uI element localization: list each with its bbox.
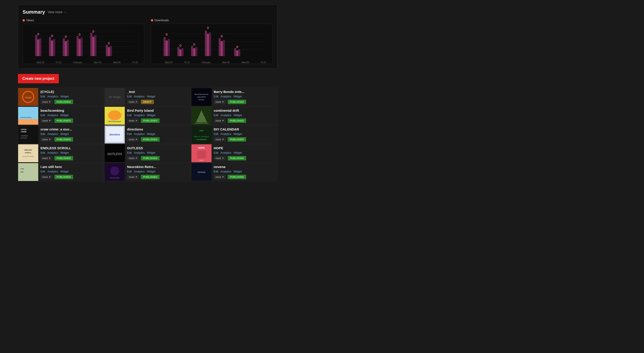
project-more-btn-bird[interactable]: more ▼ — [127, 118, 139, 123]
project-widget-link-crow[interactable]: Widget — [60, 132, 69, 136]
project-bottom-continental: more ▼PUBLISHED — [214, 118, 275, 123]
project-info-diy: DIY CALENDAREditAnalyticsWidgetmore ▼PUB… — [212, 126, 277, 143]
project-widget-link-beachcombing[interactable]: Widget — [60, 114, 69, 117]
svg-text:world of MYST:: world of MYST: — [196, 96, 206, 98]
project-edit-link-test[interactable]: Edit — [127, 95, 132, 98]
project-analytics-link-cycle[interactable]: Analytics — [48, 95, 58, 98]
project-widget-link-diy[interactable]: Widget — [234, 132, 242, 136]
project-widget-link-hope[interactable]: Widget — [234, 151, 242, 154]
svg-text:A MURDER: A MURDER — [21, 135, 28, 136]
view-more-link[interactable]: View more → — [48, 10, 66, 14]
project-widget-link-test[interactable]: Widget — [147, 95, 155, 98]
project-widget-link-iamstill[interactable]: Widget — [60, 170, 69, 173]
project-thumbnail-test: No Image — [105, 88, 125, 106]
project-edit-link-directions[interactable]: Edit — [127, 132, 132, 136]
project-info-continental: continental driftEditAnalyticsWidgetmore… — [212, 107, 277, 125]
project-name-endless: ENDLESS SCROLL — [40, 146, 102, 150]
project-status-badge-novena: PUBLISHED — [228, 175, 246, 179]
project-info-test: _testEditAnalyticsWidgetmore ▼DRAFT — [125, 88, 190, 106]
project-name-novena: novena — [214, 165, 275, 169]
project-more-btn-gutless[interactable]: more ▼ — [127, 156, 139, 160]
svg-rect-55 — [209, 32, 211, 56]
project-analytics-link-bird[interactable]: Analytics — [134, 114, 145, 117]
views-chart-svg: 600 500 400 300 200 100 0 — [32, 26, 135, 57]
project-edit-link-bird[interactable]: Edit — [127, 114, 132, 117]
project-name-beachcombing: beachcombing — [40, 109, 102, 112]
project-analytics-link-hope[interactable]: Analytics — [220, 151, 231, 154]
svg-rect-54 — [207, 34, 209, 56]
svg-point-16 — [38, 33, 39, 35]
project-card-endless: ENDLESSSCROLLby CECILE RICHARDENDLESS SC… — [18, 144, 104, 162]
project-more-btn-directions[interactable]: more ▼ — [127, 137, 139, 142]
project-analytics-link-continental[interactable]: Analytics — [220, 114, 231, 117]
project-more-btn-beachcombing[interactable]: more ▼ — [40, 118, 52, 123]
project-edit-link-novena[interactable]: Edit — [214, 170, 218, 173]
project-analytics-link-beachcombing[interactable]: Analytics — [48, 114, 58, 117]
project-card-gutless: GUTLESSGUTLESSEditAnalyticsWidgetmore ▼P… — [104, 144, 190, 162]
svg-text:PAINT-IT-YOURSELF: PAINT-IT-YOURSELF — [194, 136, 209, 137]
project-analytics-link-novena[interactable]: Analytics — [220, 170, 231, 173]
svg-text:novena: novena — [198, 171, 205, 173]
project-info-gutless: GUTLESSEditAnalyticsWidgetmore ▼PUBLISHE… — [125, 144, 190, 162]
svg-rect-58 — [221, 41, 223, 56]
project-widget-link-gutless[interactable]: Widget — [147, 151, 155, 154]
svg-text:CROW: CROW — [21, 128, 26, 130]
svg-text:GUTLESS: GUTLESS — [107, 152, 122, 156]
project-more-btn-neuro[interactable]: more ▼ — [127, 175, 139, 179]
project-actions-hope: EditAnalyticsWidget — [214, 151, 275, 154]
project-edit-link-neuro[interactable]: Edit — [127, 170, 132, 173]
project-more-btn-hope[interactable]: more ▼ — [214, 156, 226, 160]
project-widget-link-directions[interactable]: Widget — [147, 132, 155, 136]
project-edit-link-cycle[interactable]: Edit — [40, 95, 45, 98]
project-edit-link-continental[interactable]: Edit — [214, 114, 218, 117]
project-edit-link-diy[interactable]: Edit — [214, 132, 218, 136]
project-more-btn-barry[interactable]: more ▼ — [214, 100, 226, 104]
project-more-btn-test[interactable]: more ▼ — [127, 100, 139, 104]
project-status-badge-cycle: PUBLISHED — [54, 100, 73, 104]
project-actions-neuro: EditAnalyticsWidget — [127, 170, 188, 173]
create-project-button[interactable]: Create new project — [18, 74, 59, 83]
project-widget-link-barry[interactable]: Widget — [234, 95, 242, 98]
project-more-btn-diy[interactable]: more ▼ — [214, 137, 226, 142]
project-edit-link-hope[interactable]: Edit — [214, 151, 218, 154]
project-edit-link-iamstill[interactable]: Edit — [40, 170, 45, 173]
svg-text:2025: 2025 — [200, 130, 204, 132]
project-name-cycle: (CYCLE) — [40, 90, 102, 94]
project-bottom-hope: more ▼PUBLISHED — [214, 156, 275, 160]
svg-rect-17 — [49, 37, 51, 56]
project-widget-link-continental[interactable]: Widget — [234, 114, 242, 117]
project-bottom-cycle: more ▼PUBLISHED — [40, 100, 102, 104]
project-edit-link-barry[interactable]: Edit — [214, 95, 218, 98]
project-analytics-link-diy[interactable]: Analytics — [220, 132, 231, 136]
project-edit-link-crow[interactable]: Edit — [40, 132, 45, 136]
project-more-btn-endless[interactable]: more ▼ — [40, 156, 52, 160]
project-card-hope: HOPE2AOHHOPEEditAnalyticsWidgetmore ▼PUB… — [191, 144, 277, 162]
project-edit-link-endless[interactable]: Edit — [40, 151, 45, 154]
project-analytics-link-iamstill[interactable]: Analytics — [48, 170, 58, 173]
project-more-btn-iamstill[interactable]: more ▼ — [40, 175, 52, 179]
project-analytics-link-test[interactable]: Analytics — [134, 95, 145, 98]
project-analytics-link-gutless[interactable]: Analytics — [134, 151, 145, 154]
project-widget-link-bird[interactable]: Widget — [147, 114, 155, 117]
project-actions-bird: EditAnalyticsWidget — [127, 114, 188, 117]
project-analytics-link-endless[interactable]: Analytics — [48, 151, 58, 154]
project-more-btn-continental[interactable]: more ▼ — [214, 118, 226, 123]
project-bottom-diy: more ▼PUBLISHED — [214, 137, 275, 142]
project-status-badge-hope: PUBLISHED — [228, 156, 246, 160]
project-widget-link-cycle[interactable]: Widget — [60, 95, 69, 98]
svg-point-60 — [221, 35, 222, 37]
project-analytics-link-barry[interactable]: Analytics — [220, 95, 231, 98]
project-more-btn-crow[interactable]: more ▼ — [40, 137, 52, 142]
svg-rect-33 — [106, 45, 108, 56]
project-edit-link-beachcombing[interactable]: Edit — [40, 114, 45, 117]
project-widget-link-neuro[interactable]: Widget — [147, 170, 155, 173]
project-analytics-link-crow[interactable]: Analytics — [48, 132, 58, 136]
project-widget-link-novena[interactable]: Widget — [234, 170, 242, 173]
project-analytics-link-directions[interactable]: Analytics — [134, 132, 145, 136]
project-edit-link-gutless[interactable]: Edit — [127, 151, 132, 154]
project-widget-link-endless[interactable]: Widget — [60, 151, 69, 154]
project-more-btn-cycle[interactable]: more ▼ — [40, 100, 52, 104]
project-more-btn-novena[interactable]: more ▼ — [214, 175, 226, 179]
project-analytics-link-neuro[interactable]: Analytics — [134, 170, 145, 173]
svg-text:Neurokino Retro: Neurokino Retro — [110, 177, 120, 179]
